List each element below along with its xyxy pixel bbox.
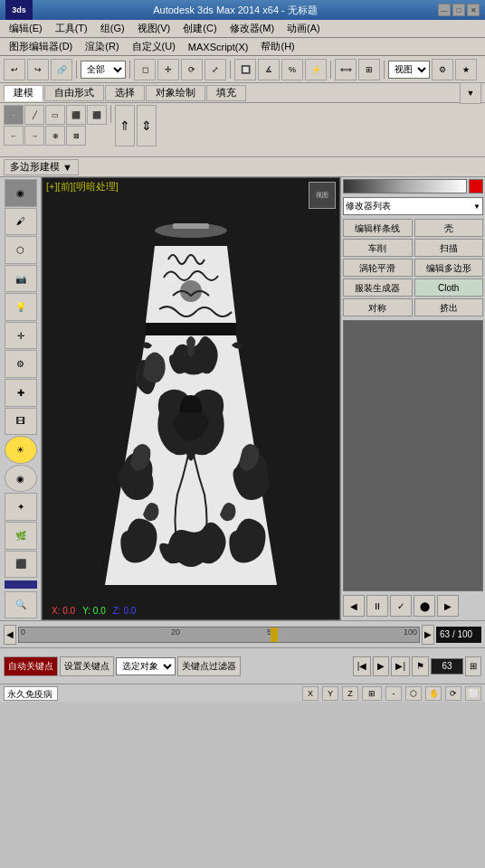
element-mode[interactable]: ⬛ [87, 105, 107, 125]
tab-selection[interactable]: 选择 [105, 85, 145, 101]
angle-snap[interactable]: ∡ [258, 59, 280, 80]
play-btn[interactable]: ▶ [373, 656, 389, 676]
menu-animation[interactable]: 动画(A) [281, 21, 326, 36]
tab-fill[interactable]: 填充 [206, 85, 246, 101]
edit-btn-2[interactable]: → [24, 126, 44, 146]
key-mode-btn[interactable]: ⚑ [412, 656, 429, 676]
selection-filter[interactable]: 全部 [81, 61, 126, 79]
mod-tall-btn-1[interactable]: ⇑ [115, 105, 135, 146]
modifier-list-dropdown[interactable]: 修改器列表 ▼ [343, 197, 483, 215]
undo-button[interactable]: ↩ [4, 59, 25, 80]
lt-move-btn[interactable]: ✚ [5, 379, 37, 407]
set-key-select[interactable]: 选定对象 [116, 657, 176, 675]
align-button[interactable]: ⊞ [358, 59, 380, 80]
shell-btn[interactable]: 壳 [414, 219, 484, 237]
snap-toggle[interactable]: 🔲 [234, 59, 256, 80]
tab-paint[interactable]: 对象绘制 [146, 85, 205, 101]
redo-button[interactable]: ↪ [27, 59, 49, 80]
select-link-button[interactable]: 🔗 [51, 59, 72, 80]
select-move-button[interactable]: ✛ [157, 59, 179, 80]
grid-btn[interactable]: ⊞ [362, 686, 382, 701]
lt-particle-btn[interactable]: ✦ [5, 493, 37, 521]
menu-customize[interactable]: 自定义(U) [127, 39, 181, 54]
edit-poly-btn[interactable]: 编辑多边形 [414, 259, 484, 277]
turbo-smooth-btn[interactable]: 涡轮平滑 [343, 259, 413, 277]
auto-key-button[interactable]: 自动关键点 [4, 656, 58, 676]
next-frame-btn[interactable]: ▶| [391, 656, 410, 676]
tab-freeform[interactable]: 自由形式 [44, 85, 104, 101]
lt-sphere-btn[interactable]: ◉ [5, 465, 37, 493]
mod-icon-back[interactable]: ◀ [343, 595, 365, 617]
menu-tools[interactable]: 工具(T) [50, 21, 93, 36]
color-swatch[interactable] [469, 179, 483, 193]
lt-light-btn[interactable]: 💡 [5, 293, 37, 321]
minimize-button[interactable]: — [438, 4, 451, 16]
menu-view[interactable]: 视图(V) [132, 21, 176, 36]
bookmarks[interactable]: ★ [455, 59, 477, 80]
edit-spline-btn[interactable]: 编辑样条线 [343, 219, 413, 237]
timeline-bar[interactable]: 0 20 50 100 [18, 627, 420, 643]
y-lock-btn[interactable]: Y [322, 686, 338, 701]
mod-icon-pause[interactable]: ⏸ [366, 595, 388, 617]
menu-edit[interactable]: 编辑(E) [4, 21, 48, 36]
orbit-btn[interactable]: ⟳ [445, 686, 461, 701]
menu-render[interactable]: 渲染(R) [80, 39, 124, 54]
lt-shape-btn[interactable]: ⬡ [5, 236, 37, 264]
mod-icon-forward[interactable]: ▶ [437, 595, 459, 617]
z-lock-btn[interactable]: Z [342, 686, 358, 701]
menu-help[interactable]: 帮助(H) [255, 39, 300, 54]
mirror-button[interactable]: ⟺ [335, 59, 357, 80]
lt-sys-btn[interactable]: ⚙ [5, 350, 37, 378]
key-filter-button[interactable]: 关键点过滤器 [177, 656, 241, 676]
playhead[interactable] [271, 627, 278, 642]
polygon-modeling-btn[interactable]: 多边形建模 ▼ [4, 159, 79, 175]
spinner-snap[interactable]: ⚡ [305, 59, 327, 80]
menu-modifier[interactable]: 修改器(M) [224, 21, 281, 36]
lt-helper-btn[interactable]: ✛ [5, 322, 37, 350]
border-mode[interactable]: ▭ [45, 105, 65, 125]
lt-sun-btn[interactable]: ☀ [5, 436, 37, 464]
maximize-vp-btn[interactable]: ⬜ [465, 686, 481, 701]
timeline-right-arrow[interactable]: ▶ [422, 625, 434, 645]
menu-maxscript[interactable]: MAXScript(X) [183, 41, 254, 53]
menu-graph-editor[interactable]: 图形编辑器(D) [4, 39, 78, 54]
lathe-btn[interactable]: 车削 [343, 239, 413, 257]
lt-extra-btn[interactable]: ⬛ [5, 551, 37, 579]
select-button[interactable]: ◻ [134, 59, 156, 80]
extrude-btn[interactable]: 挤出 [414, 298, 484, 316]
edit-btn-4[interactable]: ⊠ [66, 126, 86, 146]
mod-icon-dot[interactable]: ⬤ [414, 595, 435, 617]
lt-paint-btn[interactable]: 🖌 [5, 208, 37, 236]
select-scale-button[interactable]: ⤢ [204, 59, 226, 80]
edit-btn-1[interactable]: ← [4, 126, 24, 146]
garment-maker-btn[interactable]: 服装生成器 [343, 278, 413, 297]
x-lock-btn[interactable]: X [302, 686, 319, 701]
pan-btn[interactable]: ✋ [425, 686, 442, 701]
symmetry-btn[interactable]: 对称 [343, 298, 413, 316]
prev-frame-btn[interactable]: |◀ [353, 656, 372, 676]
ribbon-collapse[interactable]: ▼ [460, 82, 481, 104]
zoom-out-btn[interactable]: - [385, 686, 402, 701]
edit-btn-3[interactable]: ⊕ [45, 126, 65, 146]
frame-input[interactable] [431, 658, 463, 675]
zoom-region-btn[interactable]: ⬡ [405, 686, 422, 701]
vertex-mode[interactable]: · [4, 105, 24, 125]
percent-snap[interactable]: % [281, 59, 303, 80]
maximize-button[interactable]: □ [452, 4, 465, 16]
edge-mode[interactable]: ╱ [24, 105, 44, 125]
view-select[interactable]: 视图 [388, 61, 430, 79]
lt-select-btn[interactable]: ◉ [5, 179, 37, 207]
lt-zoom-btn[interactable]: 🔍 [5, 591, 37, 619]
mod-tall-btn-2[interactable]: ⇕ [137, 105, 157, 146]
view-settings[interactable]: ⚙ [432, 59, 453, 80]
menu-group[interactable]: 组(G) [95, 21, 130, 36]
tab-modeling[interactable]: 建模 [4, 85, 43, 101]
sweep-btn[interactable]: 扫描 [414, 239, 484, 257]
poly-mode[interactable]: ⬛ [66, 105, 86, 125]
select-rotate-button[interactable]: ⟳ [181, 59, 203, 80]
close-button[interactable]: ✕ [467, 4, 480, 16]
lt-camera-btn[interactable]: 📷 [5, 265, 37, 293]
menu-create[interactable]: 创建(C) [177, 21, 222, 36]
viewport[interactable]: [+][前][明暗处理] 视图 [42, 177, 340, 620]
mod-icon-check[interactable]: ✓ [390, 595, 412, 617]
